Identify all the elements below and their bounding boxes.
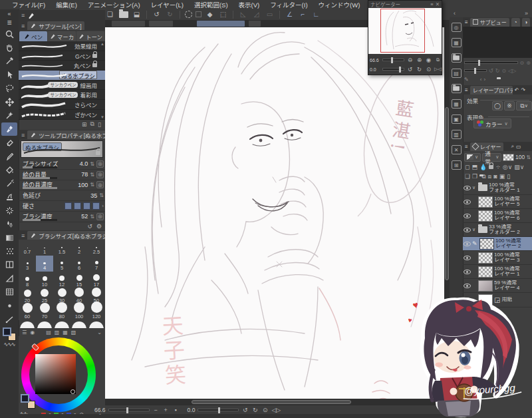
move-tool-icon[interactable] — [1, 95, 17, 108]
size-cell[interactable]: 80 — [53, 304, 70, 320]
gradient-tool-icon[interactable] — [1, 231, 17, 244]
layer-property-menu-icon[interactable]: ≡ — [465, 87, 468, 93]
scroll-right-icon[interactable]: › — [442, 400, 443, 405]
size-cell[interactable]: 3 — [19, 256, 36, 272]
history-back-icon[interactable]: ↶ — [515, 87, 519, 93]
brush-item-selected[interactable]: ぬる水ブラシ — [19, 71, 105, 81]
subview-tab[interactable]: サブビュー — [470, 18, 509, 27]
property-slider[interactable] — [23, 219, 57, 221]
size-cell[interactable]: 0.7 — [19, 240, 36, 256]
blend-mode-dropdown[interactable]: 通常∨ — [482, 153, 501, 162]
rotate-canvas-icon[interactable]: ◺ — [238, 10, 248, 19]
apply-mask-icon[interactable]: ▣ — [499, 173, 505, 180]
subview-next-icon[interactable]: › — [483, 77, 485, 83]
fill-lock-icon[interactable]: 💧 — [479, 164, 487, 170]
menu-window[interactable]: ウィンドウ(W) — [313, 0, 366, 9]
size-cell[interactable]: 1.5 — [53, 240, 70, 256]
snap-special-ruler-icon[interactable]: ⌐ — [298, 10, 308, 19]
view-mode-icon[interactable]: ▤ — [46, 329, 51, 335]
property-brush-density[interactable]: ブラシ濃度 52 ⇅ ◎ — [19, 212, 105, 222]
nav-flip-horizontal-icon[interactable]: ▷◁ — [434, 67, 442, 72]
tab-pen[interactable]: ペン — [19, 31, 47, 41]
new-file-icon[interactable]: ❏ — [105, 10, 115, 19]
subview-prev-icon[interactable]: ‹ — [480, 77, 482, 83]
view-mode-icon[interactable]: ▧ — [71, 329, 76, 335]
ruler-tool-icon[interactable] — [1, 272, 17, 285]
navigator-rotation-slider[interactable] — [382, 68, 404, 71]
hand-tool-icon[interactable] — [1, 41, 17, 54]
nav-rotate-cw-icon[interactable]: ↻ — [416, 66, 423, 73]
clip-icon[interactable]: ⬒ — [471, 164, 477, 170]
subview-reset-icon[interactable]: ⊙ — [501, 68, 506, 74]
navigator-thumbnail[interactable] — [368, 8, 442, 54]
add-subtool-icon[interactable]: ⊞ — [82, 121, 87, 128]
brush-item[interactable]: ざかペン — [19, 110, 105, 120]
navigator-close-icon[interactable]: ✕ — [436, 1, 440, 7]
subview-flip-icon[interactable]: ◁▷ — [508, 68, 516, 74]
brush-size-menu-icon[interactable]: ≡ — [21, 232, 25, 239]
navigator-title-bar[interactable]: ナビゲーター ≡ ✕ — [368, 1, 442, 8]
layer-row-folder-2[interactable]: ∨ 33 %通常フォルダー 2 — [463, 223, 532, 237]
subview-rotate-cw-icon[interactable]: ↻ — [495, 68, 500, 74]
auto-select-tool-icon[interactable] — [1, 108, 17, 122]
property-hardness[interactable]: 硬さ › — [19, 201, 105, 212]
rotate-cw-icon[interactable]: ↻ — [251, 407, 259, 413]
rotate-ccw-icon[interactable]: ↺ — [241, 407, 249, 413]
record-icon[interactable]: ◉ — [30, 329, 35, 335]
layer-row[interactable]: 100 %通常レイヤー 3 — [463, 251, 532, 265]
ruler-range-icon[interactable]: ▨∨ — [514, 164, 524, 170]
size-cell[interactable]: 70 — [36, 304, 53, 320]
hardness-step[interactable] — [92, 202, 100, 210]
property-paint-amount[interactable]: 絵の具量 78 ⇅ ◎ — [19, 170, 105, 180]
mask-layer-icon[interactable]: ◙ — [493, 173, 497, 180]
scroll-left-icon[interactable]: ‹ — [438, 400, 440, 405]
crop-icon[interactable]: ⬚ — [218, 10, 228, 19]
menu-filter[interactable]: フィルター(I) — [265, 0, 313, 9]
menu-layer[interactable]: レイヤー(L) — [146, 0, 189, 9]
brush-item[interactable]: サンカクペン 着彩用 — [19, 90, 105, 100]
snap-ruler-icon[interactable]: ∠ — [285, 10, 295, 19]
nav-zoom-in-icon[interactable]: ⊕ — [416, 57, 423, 63]
dynamics-icon[interactable]: ◎ — [96, 213, 104, 220]
size-cell[interactable]: 10 — [36, 272, 53, 288]
layer-extra-tab-icon[interactable]: ▭ — [516, 144, 521, 150]
layer-color-effect-icon[interactable]: ⧉∨ — [516, 101, 532, 110]
size-cell[interactable]: 15 — [70, 272, 88, 288]
mask-icon[interactable]: ◻ — [465, 164, 469, 170]
size-cell[interactable]: 12 — [53, 272, 70, 288]
texture-strip[interactable] — [503, 154, 514, 161]
brush-item[interactable]: サンカクペン 線画用 — [19, 81, 105, 91]
eyedropper-tool-icon[interactable] — [1, 55, 17, 68]
dock-collapse-left-icon[interactable]: ‹ — [454, 10, 456, 17]
subview-extra-tab[interactable]: ◔ — [511, 18, 520, 27]
menu-file[interactable]: ファイル(F) — [7, 0, 51, 9]
property-color-stretch[interactable]: 色延び 35 ⇅ — [19, 190, 105, 201]
dot-tool-icon[interactable] — [1, 299, 17, 312]
menu-selection[interactable]: 選択範囲(S) — [189, 0, 233, 9]
lock-transparent-icon[interactable]: ⁘ — [495, 164, 501, 170]
size-cell[interactable]: 7 — [88, 256, 105, 272]
saturation-value-square[interactable] — [35, 354, 76, 394]
reset-display-icon[interactable]: ▭ — [265, 10, 275, 19]
nav-actual-size-icon[interactable]: ⧉ — [434, 57, 442, 63]
brush-size-tab[interactable]: ブラシサイズ[ぬる水ブラシ] — [27, 231, 105, 240]
vertical-scrollbar[interactable] — [444, 27, 450, 399]
expression-color-dropdown[interactable]: カラー ∨ — [473, 118, 511, 128]
layer-property-tab[interactable]: レイヤープロパティ — [470, 86, 513, 95]
save-icon[interactable]: ⬓ — [132, 10, 142, 19]
nav-reset-rotation-icon[interactable]: ⊙ — [425, 66, 432, 73]
line-tool-icon[interactable] — [1, 312, 17, 325]
tab-marker[interactable]: マーカ — [48, 31, 76, 41]
download-panel-icon[interactable] — [452, 53, 462, 63]
visibility-eye-icon[interactable] — [464, 228, 471, 232]
tone-tool-icon[interactable] — [1, 244, 17, 258]
subview-rotate-slider[interactable] — [464, 69, 487, 72]
property-brush-size[interactable]: ブラシサイズ 4.0 ⇅ ◎ — [19, 159, 105, 170]
spinner-icon[interactable]: ⇅ — [99, 192, 104, 198]
menu-animation[interactable]: アニメーション(A) — [82, 0, 146, 9]
spinner-icon[interactable]: ⇅ — [90, 214, 94, 220]
visibility-eye-icon[interactable] — [464, 242, 471, 246]
pattern-panel-icon[interactable]: ▥ — [452, 130, 462, 139]
size-cell[interactable]: 120 — [88, 304, 105, 320]
fill-icon[interactable]: ◆ — [205, 10, 215, 19]
